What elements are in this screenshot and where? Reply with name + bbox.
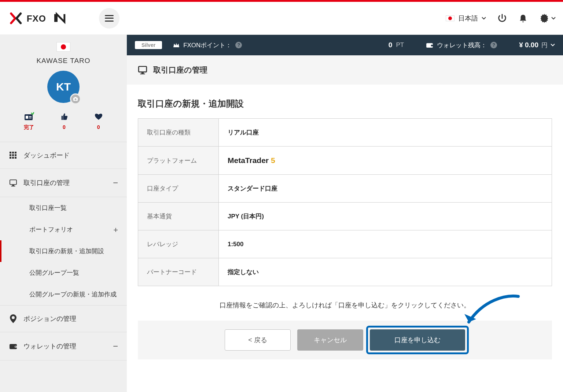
gear-icon (539, 13, 550, 24)
flag-jp-icon (56, 42, 70, 52)
hamburger-icon (105, 15, 114, 22)
chevron-down-icon[interactable] (551, 44, 555, 47)
svg-rect-8 (29, 118, 32, 118)
callout-arrow-icon (461, 293, 520, 337)
form-panel: 取引口座の新規・追加開設 取引口座の種類 リアル口座 プラットフォーム Meta… (127, 87, 563, 374)
flag-jp-icon (446, 15, 455, 21)
sidebar-subitem-portfolio[interactable]: ポートフォリオ + (0, 219, 127, 240)
power-icon (497, 13, 507, 23)
fxon-logo-icon: FXO (7, 12, 88, 25)
wallet-icon (9, 343, 18, 350)
notifications-button[interactable] (518, 13, 528, 23)
stat-likes[interactable]: 0 (60, 112, 68, 131)
row-platform: プラットフォーム MetaTrader 5 (138, 147, 552, 175)
svg-rect-3 (74, 97, 76, 98)
sidebar-item-label: ポジションの管理 (23, 314, 76, 323)
header: FXO 日本語 (0, 2, 563, 35)
page-title: 取引口座の管理 (153, 65, 207, 75)
sidebar-item-account-mgmt[interactable]: 取引口座の管理 − (0, 169, 127, 197)
section-title: 取引口座の新規・追加開設 (138, 98, 552, 110)
svg-rect-7 (29, 116, 32, 117)
svg-rect-11 (15, 152, 16, 154)
sidebar-item-wallet-mgmt[interactable]: ウォレットの管理 − (0, 332, 127, 360)
settings-button[interactable] (539, 13, 556, 24)
stat-label: 0 (97, 124, 100, 130)
points-unit: PT (396, 41, 404, 49)
tier-badge: Silver (135, 41, 162, 49)
sidebar-item-label: 公開グループ一覧 (29, 269, 79, 276)
thumbs-up-icon (60, 112, 68, 121)
svg-rect-6 (26, 116, 28, 119)
sidebar-item-label: 取引口座一覧 (29, 204, 67, 211)
sidebar-subitem-account-list[interactable]: 取引口座一覧 (0, 197, 127, 219)
stat-verified[interactable]: 完了 (24, 112, 34, 131)
wallet-display[interactable]: ウォレット残高： ? (426, 41, 497, 49)
detail-table: 取引口座の種類 リアル口座 プラットフォーム MetaTrader 5 口座タイ… (138, 118, 552, 286)
sidebar-item-label: 公開グループの新規・追加作成 (29, 291, 117, 298)
stat-favorites[interactable]: 0 (94, 112, 103, 131)
row-leverage: レバレッジ 1:500 (138, 230, 552, 258)
svg-rect-17 (15, 157, 16, 159)
value: 指定しない (219, 258, 552, 286)
svg-point-24 (15, 346, 16, 347)
plus-icon: + (113, 225, 118, 235)
sidebar-nav: ダッシュボード 取引口座の管理 − 取引口座一覧 ポートフォリオ + 取引口座の (0, 142, 127, 360)
collapse-icon: − (113, 341, 118, 351)
svg-rect-18 (10, 180, 16, 185)
sidebar-item-dashboard[interactable]: ダッシュボード (0, 142, 127, 169)
menu-toggle-button[interactable] (99, 8, 119, 29)
back-button[interactable]: < 戻る (225, 329, 291, 351)
svg-rect-14 (15, 154, 16, 156)
monitor-icon (138, 66, 147, 74)
stat-label: 完了 (24, 124, 34, 131)
sidebar-item-label: 取引口座の新規・追加開設 (29, 248, 104, 255)
sidebar-subitem-public-groups-new[interactable]: 公開グループの新規・追加作成 (0, 284, 127, 305)
svg-rect-28 (141, 73, 144, 74)
monitor-icon (9, 179, 18, 186)
sidebar-submenu: 取引口座一覧 ポートフォリオ + 取引口座の新規・追加開設 公開グループ一覧 公… (0, 197, 127, 306)
row-partner-code: パートナーコード 指定しない (138, 258, 552, 286)
svg-rect-13 (12, 154, 14, 156)
crown-icon (173, 42, 180, 48)
svg-text:FXO: FXO (27, 14, 46, 23)
svg-rect-27 (139, 66, 147, 72)
label: レバレッジ (138, 230, 219, 258)
cancel-button[interactable]: キャンセル (297, 329, 363, 351)
language-label: 日本語 (458, 14, 478, 23)
power-button[interactable] (497, 13, 507, 23)
sidebar-item-label: 取引口座の管理 (23, 178, 70, 187)
sidebar-subitem-new-account[interactable]: 取引口座の新規・追加開設 (0, 240, 127, 262)
svg-rect-20 (11, 186, 15, 186)
svg-rect-15 (10, 157, 11, 159)
points-label: FXONポイント： (183, 41, 232, 49)
logo[interactable]: FXO (7, 12, 88, 25)
svg-rect-16 (12, 157, 14, 159)
help-icon[interactable]: ? (490, 42, 497, 48)
sidebar-item-position-mgmt[interactable]: ポジションの管理 (0, 306, 127, 332)
confirm-note: 口座情報をご確認の上、よろしければ「口座を申し込む」をクリックしてください。 (138, 301, 552, 310)
row-account-type: 取引口座の種類 リアル口座 (138, 119, 552, 147)
svg-rect-12 (10, 154, 11, 156)
row-account-kind: 口座タイプ スタンダード口座 (138, 175, 552, 203)
id-card-icon (24, 112, 34, 121)
avatar-camera-button[interactable] (70, 93, 81, 104)
language-selector[interactable]: 日本語 (446, 14, 486, 23)
stat-label: 0 (63, 124, 66, 130)
main-content: Silver FXONポイント： ? 0 PT ウォレット残高： ? ¥ 0.0… (127, 35, 563, 392)
value: JPY (日本円) (219, 203, 552, 230)
sidebar-subitem-public-groups[interactable]: 公開グループ一覧 (0, 262, 127, 284)
label: プラットフォーム (138, 147, 219, 175)
grid-icon (9, 152, 18, 159)
action-bar: < 戻る キャンセル 口座を申し込む (138, 321, 552, 359)
label: 取引口座の種類 (138, 119, 219, 147)
heart-icon (94, 112, 103, 121)
sidebar: KAWASE TARO KT 完了 (0, 35, 127, 392)
points-value: 0 (389, 41, 393, 49)
label: 基本通貨 (138, 203, 219, 230)
points-display[interactable]: FXONポイント： ? (173, 41, 242, 49)
label: パートナーコード (138, 258, 219, 286)
help-icon[interactable]: ? (235, 42, 242, 48)
sidebar-item-label: ポートフォリオ (29, 226, 73, 233)
submit-button[interactable]: 口座を申し込む (370, 329, 465, 351)
row-base-currency: 基本通貨 JPY (日本円) (138, 203, 552, 230)
